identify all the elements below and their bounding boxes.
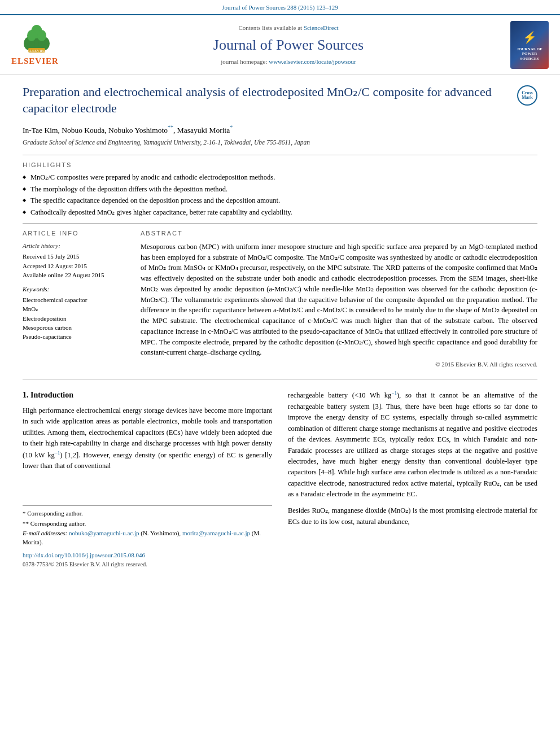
crossmark-badge[interactable]: CrossMark	[517, 85, 537, 106]
intro-right-col: rechargeable battery (<10 Wh kg−1), so t…	[288, 390, 537, 569]
email-yoshimoto-link[interactable]: nobuko@yamaguchi-u.ac.jp	[69, 530, 139, 536]
lightning-icon: ⚡	[523, 29, 537, 45]
highlights-list: MnO₂/C composites were prepared by anodi…	[23, 173, 537, 217]
section-title-intro: 1. Introduction	[23, 390, 272, 401]
journal-logo-box: ⚡ JOURNAL OFPOWERSOURCES	[510, 21, 549, 69]
keyword-item: Mesoporous carbon	[23, 324, 127, 332]
introduction-section: 1. Introduction High performance electro…	[23, 390, 537, 569]
article-title: Preparation and electrochemical analysis…	[23, 84, 537, 116]
elsevier-tree-icon: ELSEVIER	[11, 23, 62, 54]
history-label: Article history:	[23, 242, 127, 250]
keyword-item: Electrochemical capacitor	[23, 296, 127, 304]
article-info-abstract: ARTICLE INFO Article history: Received 1…	[23, 229, 537, 369]
journal-center-info: Contents lists available at ScienceDirec…	[73, 24, 504, 66]
keywords-label: Keywords:	[23, 285, 127, 294]
intro-text-right-2: Besides RuO₂, manganese dioxide (MnO₂) i…	[288, 505, 537, 527]
svg-text:ELSEVIER: ELSEVIER	[27, 49, 46, 53]
sciencedirect-link[interactable]: ScienceDirect	[304, 24, 339, 31]
keyword-item: Electrodeposition	[23, 314, 127, 323]
svg-point-5	[27, 30, 36, 41]
journal-homepage: journal homepage: www.elsevier.com/locat…	[73, 58, 504, 66]
intro-two-col: 1. Introduction High performance electro…	[23, 390, 537, 569]
affiliation: Graduate School of Science and Engineeri…	[23, 138, 537, 147]
authors: In-Tae Kim, Nobuo Kouda, Nobuko Yoshimot…	[23, 124, 537, 136]
journal-reference: Journal of Power Sources 288 (2015) 123–…	[0, 0, 560, 15]
doi-link[interactable]: http://dx.doi.org/10.1016/j.jpowsour.201…	[23, 552, 145, 558]
keyword-item: MnO₂	[23, 305, 127, 313]
journal-header: ELSEVIER ELSEVIER Contents lists availab…	[0, 15, 560, 75]
logo-text: JOURNAL OFPOWERSOURCES	[517, 47, 542, 61]
footnote-corresponding-1: * Corresponding author.	[23, 509, 272, 518]
keyword-item: Pseudo-capacitance	[23, 333, 127, 341]
footnote-emails: E-mail addresses: nobuko@yamaguchi-u.ac.…	[23, 529, 272, 547]
abstract-text: Mesoporous carbon (MPC) with uniform inn…	[141, 242, 537, 358]
highlight-item: MnO₂/C composites were prepared by anodi…	[23, 173, 537, 183]
copyright-line: © 2015 Elsevier B.V. All rights reserved…	[141, 360, 537, 369]
issn-line: 0378-7753/© 2015 Elsevier B.V. All right…	[23, 561, 272, 569]
article-info-label: ARTICLE INFO	[23, 229, 127, 238]
article-info-column: ARTICLE INFO Article history: Received 1…	[23, 229, 127, 369]
intro-text-left: High performance electrochemical energy …	[23, 405, 272, 471]
article-history: Article history: Received 15 July 2015 A…	[23, 242, 127, 280]
highlights-section: HIGHLIGHTS MnO₂/C composites were prepar…	[23, 161, 537, 217]
elsevier-brand-text: ELSEVIER	[11, 55, 59, 67]
main-content: CrossMark Preparation and electrochemica…	[0, 75, 560, 578]
contents-available: Contents lists available at ScienceDirec…	[73, 24, 504, 32]
accepted-date: Accepted 12 August 2015	[23, 262, 127, 270]
highlight-item: The specific capacitance depended on the…	[23, 196, 537, 206]
highlights-label: HIGHLIGHTS	[23, 161, 537, 169]
received-date: Received 15 July 2015	[23, 252, 127, 261]
intro-left-col: 1. Introduction High performance electro…	[23, 390, 272, 569]
journal-title: Journal of Power Sources	[73, 35, 504, 55]
footnotes: * Corresponding author. ** Corresponding…	[23, 505, 272, 547]
divider-intro	[23, 379, 537, 379]
crossmark-icon: CrossMark	[517, 85, 537, 106]
highlight-item: Cathodically deposited MnO₂ gives higher…	[23, 208, 537, 218]
keywords-section: Keywords: Electrochemical capacitor MnO₂…	[23, 285, 127, 341]
intro-text-right: rechargeable battery (<10 Wh kg−1), so t…	[288, 390, 537, 500]
abstract-label: ABSTRACT	[141, 229, 537, 238]
svg-point-6	[37, 30, 46, 41]
abstract-column: ABSTRACT Mesoporous carbon (MPC) with un…	[141, 229, 537, 369]
elsevier-logo: ELSEVIER ELSEVIER	[11, 23, 73, 67]
highlight-item: The morphology of the deposition differs…	[23, 185, 537, 195]
divider-highlights	[23, 155, 537, 155]
available-date: Available online 22 August 2015	[23, 271, 127, 279]
journal-logo-right: ⚡ JOURNAL OFPOWERSOURCES	[504, 21, 549, 69]
divider-abstract	[23, 223, 537, 224]
footnote-corresponding-2: ** Corresponding author.	[23, 519, 272, 528]
homepage-link[interactable]: www.elsevier.com/locate/jpowsour	[269, 58, 356, 65]
email-morita-link[interactable]: morita@yamaguchi-u.ac.jp	[182, 530, 250, 536]
doi-line: http://dx.doi.org/10.1016/j.jpowsour.201…	[23, 551, 272, 560]
